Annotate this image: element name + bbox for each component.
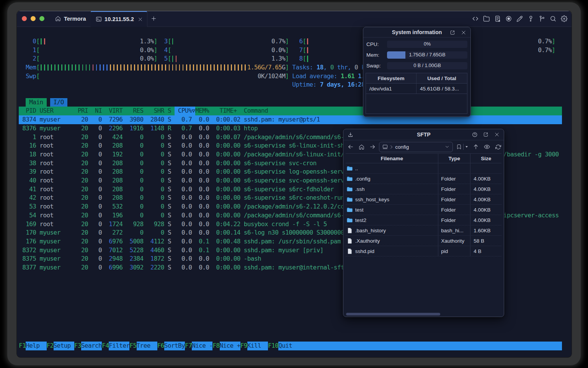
terminal-text-segment: 0.0 [181, 263, 192, 272]
terminal-text-segment: myuser [39, 255, 60, 263]
terminal-text-segment: [ [302, 54, 306, 63]
close-icon[interactable] [492, 132, 503, 138]
terminal-text-segment: G [282, 63, 285, 72]
terminal-text-segment: 0:00.00 [216, 211, 240, 220]
terminal-text-segment: busybox crond -f -S -l 5 [244, 220, 327, 229]
sftp-file-row[interactable]: .configFolder4.00KB [346, 174, 501, 184]
terminal-text-segment: 0 [98, 159, 102, 168]
terminal-text-segment: myuser [39, 115, 60, 124]
horizontal-scrollbar[interactable] [346, 313, 440, 315]
terminal-text-segment: 39 [29, 168, 36, 176]
path-breadcrumb[interactable]: config [379, 142, 453, 152]
terminal-text-segment: s6-supervise s6rc-fdholder [244, 185, 334, 194]
terminal-row-0: 0[1.3%]3[0.7%]6[0.7%] [19, 37, 562, 46]
file-name: .. [355, 166, 358, 171]
terminal-text-segment: 0 [33, 37, 36, 46]
terminal-text-segment: 0.0 [181, 220, 192, 229]
search-icon[interactable] [547, 11, 559, 27]
terminal-text-segment: 0 [98, 168, 102, 176]
sftp-file-row[interactable]: sshd.pidpid4 B [346, 246, 501, 256]
sftp-title: SFTP [417, 131, 431, 138]
forward-icon[interactable] [369, 144, 376, 150]
terminal-text-segment: root [39, 168, 53, 176]
parent-dir-icon[interactable] [473, 144, 479, 150]
close-tab-icon[interactable] [138, 17, 143, 22]
terminal-text-segment: 0 [98, 211, 102, 220]
code-icon[interactable] [470, 11, 481, 27]
terminal-row-5: Uptime:7 days, 16:28:55 [19, 80, 562, 89]
home-icon[interactable] [359, 144, 364, 150]
sftp-col-header[interactable]: Filename [346, 154, 438, 163]
record-icon[interactable] [503, 11, 514, 27]
sftp-file-row[interactable]: .bash_historybash_hi...1.60KB [346, 225, 501, 236]
terminal-text-segment: 2 [109, 124, 112, 133]
terminal-text-segment: root [39, 133, 53, 142]
show-hidden-icon[interactable] [484, 144, 490, 150]
terminal-text-segment: F5 [129, 342, 136, 350]
terminal-text-segment: 5 [164, 54, 168, 63]
tab-session-active[interactable]: 10.211.55.2 [91, 11, 147, 27]
folder-icon [346, 207, 353, 213]
meter-bar [162, 64, 163, 71]
terminal-text-segment: 0 [98, 176, 102, 185]
minimize-window-button[interactable] [31, 16, 36, 21]
sftp-file-row[interactable]: .. [346, 163, 501, 174]
close-icon[interactable] [458, 30, 469, 35]
terminal-text-segment: root [39, 202, 53, 211]
refresh-icon[interactable] [495, 144, 501, 150]
help-icon[interactable] [469, 132, 480, 138]
terminal-text-segment: 0 [330, 63, 334, 72]
sftp-file-row[interactable]: .XauthorityXauthority58 B [346, 236, 501, 246]
sftp-file-row[interactable]: test2Folder4.00KB [346, 215, 501, 225]
meter-bar [151, 64, 152, 71]
sftp-col-header[interactable]: Type [438, 154, 470, 163]
terminal-text-segment: 38 [29, 159, 36, 168]
git-branch-icon[interactable] [536, 11, 547, 27]
terminal-text-segment: 208 [112, 185, 122, 194]
close-window-button[interactable] [22, 16, 27, 21]
sftp-file-row[interactable]: testFolder4.00KB [346, 205, 501, 215]
folder-icon[interactable] [481, 11, 492, 27]
terminal-text-segment: 0:00.48 [216, 237, 240, 246]
terminal-text-segment: 8376 [22, 124, 36, 133]
terminal-text-segment: 0 [140, 141, 144, 150]
file-log-icon[interactable] [492, 11, 503, 27]
terminal-text-segment: 7296 [109, 115, 122, 124]
meter-bar [172, 38, 173, 45]
terminal-text-segment: 0 [161, 194, 164, 202]
pencil-icon[interactable] [514, 11, 525, 27]
terminal-text-segment: 0:04.22 [216, 220, 240, 229]
terminal-text-segment: root [39, 185, 53, 194]
gear-icon[interactable] [559, 11, 570, 27]
file-name: sshd.pid [355, 248, 374, 254]
file-icon [346, 248, 353, 255]
terminal-text-segment: 20 [81, 141, 88, 150]
tab-home[interactable]: Termora [54, 11, 91, 27]
chevron-down-icon[interactable] [445, 145, 449, 149]
file-name: .config [355, 176, 371, 182]
back-icon[interactable] [348, 144, 354, 150]
open-in-window-icon[interactable] [480, 132, 492, 138]
terminal-text-segment: Tree [137, 342, 157, 350]
terminal-text-segment: s6-supervise s6rc-oneshot-runner [244, 194, 354, 202]
key-icon[interactable] [525, 11, 536, 27]
bookmark-icon[interactable] [456, 144, 462, 150]
terminal-text-segment: 208 [112, 194, 122, 202]
sftp-file-row[interactable]: .sshFolder4.00KB [346, 184, 501, 194]
sysinfo-meter-mem: Mem:1.75GB / 7.65GB [366, 51, 467, 59]
terminal-text-segment [192, 107, 195, 115]
sftp-file-row[interactable]: ssh_host_keysFolder4.00KB [346, 194, 501, 205]
bookmark-caret-icon[interactable] [465, 145, 469, 149]
meter-bar [120, 64, 121, 71]
terminal-text-segment: 20 [81, 263, 88, 272]
terminal-text-segment: 0.0 [181, 255, 192, 263]
file-name: test2 [355, 217, 366, 223]
download-icon[interactable] [348, 132, 353, 138]
sftp-col-header[interactable]: Size [470, 154, 501, 163]
open-in-window-icon[interactable] [447, 30, 458, 35]
meter-bar [144, 64, 145, 71]
new-tab-button[interactable] [151, 16, 157, 21]
filesystem-row[interactable]: /dev/vda145.61GB / 58.3... [366, 84, 467, 94]
terminal-text-segment: sshd.pam: myuser [priv] [244, 246, 323, 255]
zoom-window-button[interactable] [39, 16, 44, 21]
